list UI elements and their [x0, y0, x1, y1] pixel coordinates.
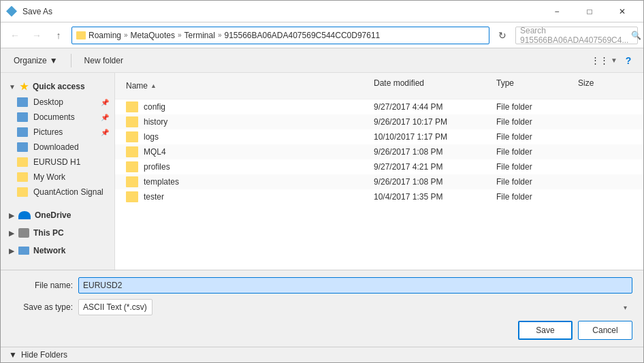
help-button[interactable]: ? [619, 51, 638, 70]
table-row[interactable]: config 9/27/2017 4:44 PM File folder [115, 99, 643, 114]
new-folder-button[interactable]: New folder [77, 51, 131, 70]
sort-arrow-icon: ▲ [150, 80, 157, 92]
saveastype-label: Save as type: [12, 302, 73, 312]
breadcrumb-bar[interactable]: Roaming » MetaQuotes » Terminal » 915566… [71, 27, 489, 44]
view-button[interactable]: ⋮⋮ [590, 51, 609, 70]
back-button[interactable]: ← [6, 27, 24, 44]
documents-folder-icon [17, 112, 28, 122]
sidebar-item-documents[interactable]: Documents 📌 [1, 110, 114, 125]
refresh-button[interactable]: ↻ [494, 27, 511, 44]
organize-dropdown-icon: ▼ [50, 56, 58, 65]
file-folder-icon [126, 101, 138, 112]
window-title: Save As [22, 7, 52, 16]
filename-label: File name: [12, 281, 73, 290]
saveastype-wrapper: ASCII Text (*.csv) [78, 299, 632, 315]
table-row[interactable]: templates 9/26/2017 1:08 PM File folder [115, 174, 643, 189]
save-button[interactable]: Save [518, 321, 573, 340]
file-name: MQL4 [144, 147, 166, 157]
file-name-cell: tester [126, 191, 374, 202]
file-name-cell: profiles [126, 161, 374, 172]
file-type: File folder [496, 177, 578, 187]
file-name: profiles [144, 162, 170, 172]
file-type: File folder [496, 102, 578, 112]
hide-folders-arrow: ▼ [9, 350, 17, 360]
saveastype-select[interactable]: ASCII Text (*.csv) [78, 299, 152, 315]
pin-icon-documents: 📌 [101, 114, 109, 121]
breadcrumb-folder-icon [76, 31, 86, 40]
sidebar-item-mywork[interactable]: My Work [1, 170, 114, 185]
network-header[interactable]: ▶ Network [1, 240, 114, 258]
help-icon: ? [626, 55, 632, 66]
view-dropdown-icon: ▼ [611, 57, 617, 64]
save-button-label: Save [536, 326, 554, 335]
hide-folders-bar[interactable]: ▼ Hide Folders [1, 347, 643, 362]
onedrive-header[interactable]: ▶ OneDrive [1, 205, 114, 223]
toolbar: Organize ▼ New folder ⋮⋮ ▼ ? [1, 48, 643, 73]
hide-folders-label: Hide Folders [21, 350, 67, 360]
sidebar-item-quantaction[interactable]: QuantAction Signal [1, 185, 114, 200]
pin-icon-desktop: 📌 [101, 99, 109, 106]
col-header-name[interactable]: Name ▲ [126, 76, 374, 96]
maximize-button[interactable]: □ [574, 1, 605, 22]
sidebar-eurusd-label: EURUSD H1 [33, 157, 80, 167]
breadcrumb-metaquotes[interactable]: MetaQuotes » [131, 31, 182, 40]
search-icon: 🔍 [631, 31, 641, 40]
main-area: ▼ ★ Quick access Desktop 📌 Documents 📌 P… [1, 73, 643, 270]
sidebar-quantaction-label: QuantAction Signal [33, 187, 103, 197]
col-header-type[interactable]: Type [496, 76, 578, 96]
file-type: File folder [496, 132, 578, 142]
sidebar-item-downloaded[interactable]: Downloaded [1, 140, 114, 155]
desktop-folder-icon [17, 97, 28, 107]
quick-access-star-icon: ★ [20, 81, 29, 92]
search-placeholder: Search 915566BA06ADA407569C4... [520, 26, 628, 45]
search-bar[interactable]: Search 915566BA06ADA407569C4... 🔍 [515, 27, 638, 44]
table-row[interactable]: profiles 9/27/2017 4:21 PM File folder [115, 159, 643, 174]
file-type: File folder [496, 117, 578, 127]
breadcrumb-hash[interactable]: 915566BA06ADA407569C544CC0D97611 [224, 31, 380, 40]
title-bar-controls: − □ ✕ [541, 1, 638, 22]
close-button[interactable]: ✕ [607, 1, 638, 22]
eurusd-folder-icon [17, 157, 28, 167]
breadcrumb-terminal[interactable]: Terminal » [184, 31, 222, 40]
file-name: tester [144, 192, 164, 202]
forward-button[interactable]: → [28, 27, 46, 44]
save-as-dialog: Save As − □ ✕ ← → ↑ Roaming » MetaQuotes… [0, 0, 644, 363]
quick-access-arrow: ▼ [9, 83, 16, 91]
file-type: File folder [496, 147, 578, 157]
cancel-button-label: Cancel [592, 326, 617, 335]
minimize-button[interactable]: − [541, 1, 573, 22]
thispc-icon [18, 228, 29, 238]
sidebar-item-pictures[interactable]: Pictures 📌 [1, 125, 114, 140]
col-header-size[interactable]: Size [578, 76, 632, 96]
onedrive-arrow: ▶ [9, 212, 14, 219]
table-row[interactable]: MQL4 9/26/2017 1:08 PM File folder [115, 144, 643, 159]
table-row[interactable]: history 9/26/2017 10:17 PM File folder [115, 114, 643, 129]
breadcrumb-roaming[interactable]: Roaming » [88, 31, 128, 40]
file-name-cell: history [126, 116, 374, 127]
file-name: history [144, 117, 167, 127]
sidebar-item-eurusd[interactable]: EURUSD H1 [1, 155, 114, 170]
onedrive-icon [18, 211, 31, 219]
cancel-button[interactable]: Cancel [578, 321, 632, 340]
window-icon [6, 6, 17, 17]
network-label: Network [33, 246, 65, 255]
file-date: 9/26/2017 1:08 PM [374, 177, 496, 187]
new-folder-label: New folder [84, 56, 123, 65]
sidebar-downloaded-label: Downloaded [33, 142, 79, 152]
title-bar-left: Save As [6, 6, 52, 17]
filename-input[interactable] [78, 277, 632, 294]
quick-access-header[interactable]: ▼ ★ Quick access [1, 76, 114, 95]
col-header-date[interactable]: Date modified [374, 76, 496, 96]
file-folder-icon [126, 191, 138, 202]
title-bar: Save As − □ ✕ [1, 1, 643, 22]
sidebar-mywork-label: My Work [33, 172, 65, 182]
organize-button[interactable]: Organize ▼ [6, 51, 65, 70]
thispc-header[interactable]: ▶ This PC [1, 223, 114, 240]
network-arrow: ▶ [9, 247, 14, 255]
sidebar-item-desktop[interactable]: Desktop 📌 [1, 95, 114, 110]
up-button[interactable]: ↑ [50, 27, 67, 44]
downloaded-folder-icon [17, 142, 28, 152]
table-row[interactable]: tester 10/4/2017 1:35 PM File folder [115, 189, 643, 204]
table-row[interactable]: logs 10/10/2017 1:17 PM File folder [115, 129, 643, 144]
toolbar-separator [71, 54, 71, 67]
